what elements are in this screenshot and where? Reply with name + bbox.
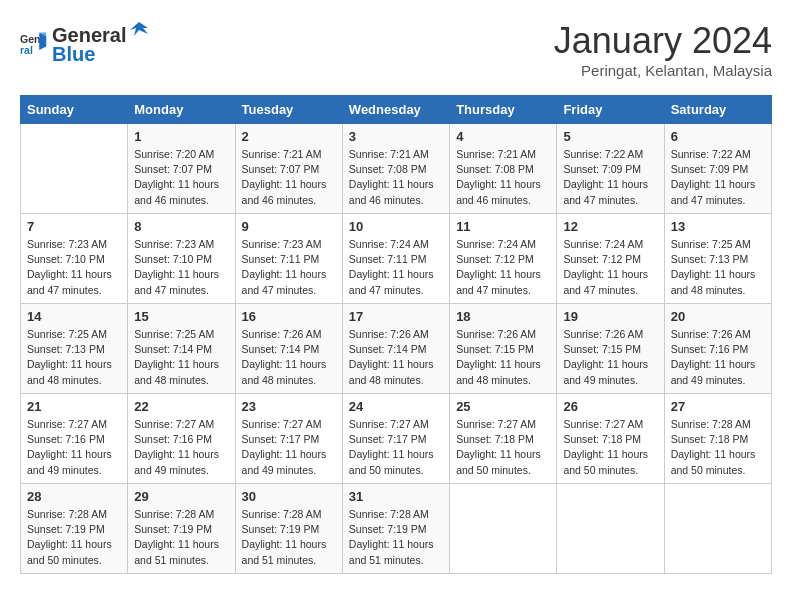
day-info: Sunrise: 7:28 AMSunset: 7:19 PMDaylight:…	[242, 507, 336, 568]
day-number: 29	[134, 489, 228, 504]
day-info: Sunrise: 7:21 AMSunset: 7:07 PMDaylight:…	[242, 147, 336, 208]
day-number: 25	[456, 399, 550, 414]
day-number: 6	[671, 129, 765, 144]
day-info: Sunrise: 7:24 AMSunset: 7:11 PMDaylight:…	[349, 237, 443, 298]
calendar-cell: 4Sunrise: 7:21 AMSunset: 7:08 PMDaylight…	[450, 124, 557, 214]
calendar-cell: 9Sunrise: 7:23 AMSunset: 7:11 PMDaylight…	[235, 214, 342, 304]
calendar-cell	[450, 484, 557, 574]
calendar-cell: 25Sunrise: 7:27 AMSunset: 7:18 PMDayligh…	[450, 394, 557, 484]
calendar-cell: 14Sunrise: 7:25 AMSunset: 7:13 PMDayligh…	[21, 304, 128, 394]
calendar-cell: 10Sunrise: 7:24 AMSunset: 7:11 PMDayligh…	[342, 214, 449, 304]
calendar-cell: 7Sunrise: 7:23 AMSunset: 7:10 PMDaylight…	[21, 214, 128, 304]
day-info: Sunrise: 7:22 AMSunset: 7:09 PMDaylight:…	[563, 147, 657, 208]
title-block: January 2024 Peringat, Kelantan, Malaysi…	[554, 20, 772, 79]
day-info: Sunrise: 7:23 AMSunset: 7:10 PMDaylight:…	[134, 237, 228, 298]
weekday-header: Wednesday	[342, 96, 449, 124]
day-number: 7	[27, 219, 121, 234]
calendar-table: SundayMondayTuesdayWednesdayThursdayFrid…	[20, 95, 772, 574]
calendar-header-row: SundayMondayTuesdayWednesdayThursdayFrid…	[21, 96, 772, 124]
calendar-week-row: 1Sunrise: 7:20 AMSunset: 7:07 PMDaylight…	[21, 124, 772, 214]
calendar-cell: 18Sunrise: 7:26 AMSunset: 7:15 PMDayligh…	[450, 304, 557, 394]
day-info: Sunrise: 7:24 AMSunset: 7:12 PMDaylight:…	[456, 237, 550, 298]
weekday-header: Monday	[128, 96, 235, 124]
day-number: 17	[349, 309, 443, 324]
day-info: Sunrise: 7:27 AMSunset: 7:16 PMDaylight:…	[134, 417, 228, 478]
day-number: 22	[134, 399, 228, 414]
weekday-header: Friday	[557, 96, 664, 124]
calendar-cell: 19Sunrise: 7:26 AMSunset: 7:15 PMDayligh…	[557, 304, 664, 394]
calendar-week-row: 7Sunrise: 7:23 AMSunset: 7:10 PMDaylight…	[21, 214, 772, 304]
day-number: 24	[349, 399, 443, 414]
calendar-cell: 12Sunrise: 7:24 AMSunset: 7:12 PMDayligh…	[557, 214, 664, 304]
day-number: 9	[242, 219, 336, 234]
day-number: 13	[671, 219, 765, 234]
day-number: 10	[349, 219, 443, 234]
day-info: Sunrise: 7:27 AMSunset: 7:17 PMDaylight:…	[349, 417, 443, 478]
day-number: 19	[563, 309, 657, 324]
day-number: 1	[134, 129, 228, 144]
calendar-cell	[557, 484, 664, 574]
logo: Gene ral General Blue	[20, 20, 150, 66]
calendar-cell: 8Sunrise: 7:23 AMSunset: 7:10 PMDaylight…	[128, 214, 235, 304]
calendar-cell: 30Sunrise: 7:28 AMSunset: 7:19 PMDayligh…	[235, 484, 342, 574]
calendar-cell: 15Sunrise: 7:25 AMSunset: 7:14 PMDayligh…	[128, 304, 235, 394]
day-number: 16	[242, 309, 336, 324]
day-info: Sunrise: 7:21 AMSunset: 7:08 PMDaylight:…	[349, 147, 443, 208]
day-info: Sunrise: 7:28 AMSunset: 7:18 PMDaylight:…	[671, 417, 765, 478]
calendar-cell: 28Sunrise: 7:28 AMSunset: 7:19 PMDayligh…	[21, 484, 128, 574]
calendar-cell: 16Sunrise: 7:26 AMSunset: 7:14 PMDayligh…	[235, 304, 342, 394]
calendar-cell: 21Sunrise: 7:27 AMSunset: 7:16 PMDayligh…	[21, 394, 128, 484]
day-info: Sunrise: 7:26 AMSunset: 7:14 PMDaylight:…	[349, 327, 443, 388]
day-info: Sunrise: 7:21 AMSunset: 7:08 PMDaylight:…	[456, 147, 550, 208]
day-number: 18	[456, 309, 550, 324]
day-number: 20	[671, 309, 765, 324]
day-info: Sunrise: 7:26 AMSunset: 7:15 PMDaylight:…	[456, 327, 550, 388]
svg-marker-4	[130, 22, 148, 36]
day-number: 23	[242, 399, 336, 414]
calendar-cell	[21, 124, 128, 214]
calendar-cell: 22Sunrise: 7:27 AMSunset: 7:16 PMDayligh…	[128, 394, 235, 484]
day-info: Sunrise: 7:25 AMSunset: 7:14 PMDaylight:…	[134, 327, 228, 388]
day-number: 2	[242, 129, 336, 144]
logo-bird-icon	[128, 20, 150, 42]
day-info: Sunrise: 7:23 AMSunset: 7:10 PMDaylight:…	[27, 237, 121, 298]
calendar-cell: 20Sunrise: 7:26 AMSunset: 7:16 PMDayligh…	[664, 304, 771, 394]
day-info: Sunrise: 7:25 AMSunset: 7:13 PMDaylight:…	[27, 327, 121, 388]
calendar-cell: 2Sunrise: 7:21 AMSunset: 7:07 PMDaylight…	[235, 124, 342, 214]
day-info: Sunrise: 7:25 AMSunset: 7:13 PMDaylight:…	[671, 237, 765, 298]
day-info: Sunrise: 7:26 AMSunset: 7:14 PMDaylight:…	[242, 327, 336, 388]
day-number: 5	[563, 129, 657, 144]
day-info: Sunrise: 7:28 AMSunset: 7:19 PMDaylight:…	[349, 507, 443, 568]
weekday-header: Thursday	[450, 96, 557, 124]
day-info: Sunrise: 7:27 AMSunset: 7:18 PMDaylight:…	[563, 417, 657, 478]
day-number: 30	[242, 489, 336, 504]
calendar-cell: 1Sunrise: 7:20 AMSunset: 7:07 PMDaylight…	[128, 124, 235, 214]
day-number: 11	[456, 219, 550, 234]
calendar-cell: 26Sunrise: 7:27 AMSunset: 7:18 PMDayligh…	[557, 394, 664, 484]
day-info: Sunrise: 7:27 AMSunset: 7:18 PMDaylight:…	[456, 417, 550, 478]
calendar-cell: 24Sunrise: 7:27 AMSunset: 7:17 PMDayligh…	[342, 394, 449, 484]
day-info: Sunrise: 7:27 AMSunset: 7:17 PMDaylight:…	[242, 417, 336, 478]
svg-text:ral: ral	[20, 44, 33, 56]
calendar-week-row: 21Sunrise: 7:27 AMSunset: 7:16 PMDayligh…	[21, 394, 772, 484]
day-number: 14	[27, 309, 121, 324]
day-number: 8	[134, 219, 228, 234]
day-info: Sunrise: 7:24 AMSunset: 7:12 PMDaylight:…	[563, 237, 657, 298]
weekday-header: Tuesday	[235, 96, 342, 124]
weekday-header: Saturday	[664, 96, 771, 124]
day-number: 27	[671, 399, 765, 414]
calendar-cell: 29Sunrise: 7:28 AMSunset: 7:19 PMDayligh…	[128, 484, 235, 574]
day-number: 12	[563, 219, 657, 234]
calendar-cell: 23Sunrise: 7:27 AMSunset: 7:17 PMDayligh…	[235, 394, 342, 484]
day-info: Sunrise: 7:20 AMSunset: 7:07 PMDaylight:…	[134, 147, 228, 208]
day-number: 26	[563, 399, 657, 414]
day-info: Sunrise: 7:23 AMSunset: 7:11 PMDaylight:…	[242, 237, 336, 298]
calendar-cell: 17Sunrise: 7:26 AMSunset: 7:14 PMDayligh…	[342, 304, 449, 394]
day-number: 15	[134, 309, 228, 324]
calendar-cell: 5Sunrise: 7:22 AMSunset: 7:09 PMDaylight…	[557, 124, 664, 214]
day-info: Sunrise: 7:26 AMSunset: 7:16 PMDaylight:…	[671, 327, 765, 388]
calendar-cell: 31Sunrise: 7:28 AMSunset: 7:19 PMDayligh…	[342, 484, 449, 574]
calendar-week-row: 14Sunrise: 7:25 AMSunset: 7:13 PMDayligh…	[21, 304, 772, 394]
calendar-cell	[664, 484, 771, 574]
day-info: Sunrise: 7:26 AMSunset: 7:15 PMDaylight:…	[563, 327, 657, 388]
